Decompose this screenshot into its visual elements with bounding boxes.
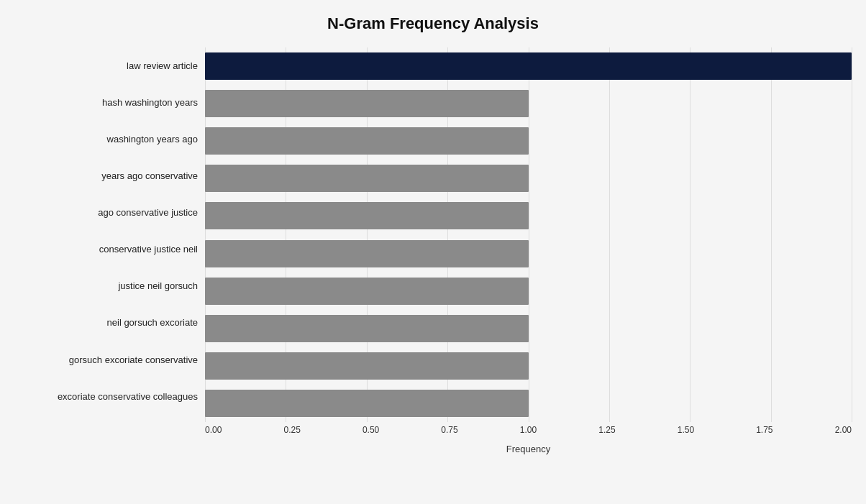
bar-row: [205, 197, 852, 234]
y-label: law review article: [127, 47, 198, 84]
x-tick: 2.00: [835, 425, 852, 435]
bar-row: [205, 160, 852, 197]
x-tick: 1.00: [520, 425, 537, 435]
grid-line: [852, 47, 852, 422]
bar-2: [205, 127, 529, 155]
bar-8: [205, 352, 529, 380]
chart-title: N-Gram Frequency Analysis: [14, 14, 852, 33]
y-label: excoriate conservative colleagues: [58, 378, 198, 415]
bar-row: [205, 122, 852, 160]
y-label: conservative justice neil: [99, 231, 198, 267]
bar-row: [205, 47, 852, 85]
y-label: gorsuch excoriate conservative: [69, 342, 198, 378]
x-tick: 1.25: [598, 425, 615, 435]
bar-row: [205, 310, 852, 347]
y-label: hash washington years: [102, 84, 198, 121]
x-axis-label: Frequency: [205, 444, 852, 454]
bar-row: [205, 272, 852, 310]
y-label: ago conservative justice: [98, 194, 198, 231]
x-tick: 0.25: [283, 425, 300, 435]
y-axis-labels: law review articlehash washington yearsw…: [14, 47, 205, 422]
bar-5: [205, 240, 529, 267]
chart-container: N-Gram Frequency Analysis law review art…: [0, 0, 866, 504]
bar-row: [205, 385, 852, 422]
x-tick: 1.50: [678, 425, 694, 435]
x-axis-area: 0.000.250.500.751.001.251.501.752.00 Fre…: [14, 425, 852, 454]
bar-3: [205, 165, 529, 192]
x-tick: 0.50: [363, 425, 379, 435]
x-tick: 1.75: [756, 425, 772, 435]
bar-row: [205, 347, 852, 385]
y-label: washington years ago: [107, 121, 198, 157]
bars-area: [205, 47, 852, 422]
x-tick: 0.75: [441, 425, 457, 435]
bar-row: [205, 234, 852, 272]
bar-9: [205, 390, 529, 417]
x-tick: 0.00: [205, 425, 222, 435]
y-label: neil gorsuch excoriate: [107, 305, 198, 342]
bar-4: [205, 202, 529, 229]
bar-6: [205, 278, 529, 305]
bar-row: [205, 85, 852, 122]
x-ticks-row: 0.000.250.500.751.001.251.501.752.00: [205, 425, 852, 435]
bar-7: [205, 315, 529, 342]
bars-rows: [205, 47, 852, 422]
chart-area: law review articlehash washington yearsw…: [14, 47, 852, 422]
x-axis-ticks-wrapper: 0.000.250.500.751.001.251.501.752.00 Fre…: [205, 425, 852, 454]
grid-and-bars: [205, 47, 852, 422]
bar-1: [205, 90, 529, 117]
bar-0: [205, 52, 852, 80]
y-label: justice neil gorsuch: [118, 268, 198, 305]
y-label: years ago conservative: [101, 157, 198, 194]
